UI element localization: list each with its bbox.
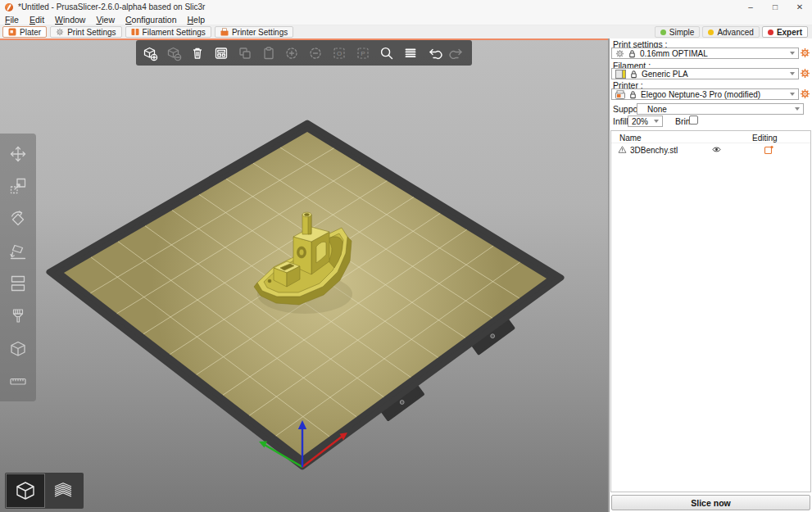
visibility-eye-icon[interactable] xyxy=(711,145,722,154)
remove-instance-button[interactable] xyxy=(305,43,326,64)
menu-configuration[interactable]: Configuration xyxy=(125,15,176,25)
arrange-button[interactable] xyxy=(211,43,232,64)
brim-checkbox[interactable] xyxy=(689,116,698,125)
left-toolbar xyxy=(0,134,36,401)
plater-icon xyxy=(8,28,16,36)
mode-advanced-button[interactable]: Advanced xyxy=(702,26,759,38)
paste-button[interactable] xyxy=(258,43,279,64)
measure-tool-button[interactable] xyxy=(7,369,29,392)
variable-layer-height-button[interactable] xyxy=(400,43,421,64)
advanced-mode-dot-icon xyxy=(708,29,714,35)
search-button[interactable] xyxy=(376,43,397,64)
menu-view[interactable]: View xyxy=(96,15,115,25)
lock-icon xyxy=(628,49,637,58)
delete-object-button[interactable] xyxy=(163,43,184,64)
rotate-icon xyxy=(8,209,28,229)
object-name: 3DBenchy.stl xyxy=(630,146,678,155)
menu-file[interactable]: File xyxy=(5,15,19,25)
menu-edit[interactable]: Edit xyxy=(29,15,44,25)
seam-cube-icon xyxy=(8,339,28,359)
redo-icon xyxy=(449,45,465,61)
paint-on-supports-tool-button[interactable] xyxy=(7,305,29,328)
arrange-icon xyxy=(213,45,229,61)
cut-tool-button[interactable] xyxy=(7,272,29,295)
undo-icon xyxy=(426,45,442,61)
3d-viewport: O P xyxy=(0,39,608,512)
print-settings-edit-button[interactable] xyxy=(800,48,810,58)
rotate-tool-button[interactable] xyxy=(7,207,29,230)
tab-print-settings[interactable]: Print Settings xyxy=(50,26,121,38)
split-to-parts-icon: P xyxy=(355,45,371,61)
mode-switcher: Simple Advanced Expert xyxy=(655,26,810,38)
mode-expert-button[interactable]: Expert xyxy=(762,26,808,38)
view-mode-toggles xyxy=(5,473,84,509)
printer-combo[interactable]: Elegoo Neptune-3 Pro (modified) xyxy=(611,88,799,100)
object-list-header: Name Editing xyxy=(611,131,810,143)
printer-edit-button[interactable] xyxy=(800,88,810,99)
filament-edit-button[interactable] xyxy=(800,68,810,79)
mode-simple-button[interactable]: Simple xyxy=(655,26,701,38)
split-to-objects-icon: O xyxy=(331,45,347,61)
menu-bar: File Edit Window View Configuration Help xyxy=(0,14,812,25)
cut-icon xyxy=(8,274,28,293)
move-tool-button[interactable] xyxy=(7,143,29,165)
supports-combo[interactable]: None xyxy=(637,103,804,115)
window-controls: – □ ✕ xyxy=(738,0,812,14)
search-icon xyxy=(379,45,395,61)
lock-icon xyxy=(628,90,637,99)
seam-painting-tool-button[interactable] xyxy=(7,338,29,360)
filament-combo[interactable]: Generic PLA xyxy=(611,68,799,79)
name-column-header: Name xyxy=(619,134,642,143)
3d-viewport-canvas[interactable] xyxy=(0,39,608,512)
delete-all-trash-icon xyxy=(189,45,206,61)
svg-text:O: O xyxy=(337,50,342,57)
tab-filament-settings[interactable]: Filament Settings xyxy=(125,26,211,38)
tab-plater[interactable]: Plater xyxy=(2,26,47,38)
move-icon xyxy=(8,144,28,164)
minimize-button[interactable]: – xyxy=(738,0,763,14)
svg-text:P: P xyxy=(361,50,365,57)
chevron-down-icon xyxy=(795,107,800,111)
top-toolbar: O P xyxy=(136,40,472,66)
variable-layer-height-icon xyxy=(402,45,419,61)
infill-combo[interactable]: 20% xyxy=(628,116,663,127)
preview-view-button[interactable] xyxy=(44,474,82,507)
object-list: Name Editing 3DBenchy.stl xyxy=(610,130,811,492)
add-object-icon xyxy=(142,45,158,61)
tab-bar: Plater Print Settings Filament Settings … xyxy=(0,25,812,39)
close-button[interactable]: ✕ xyxy=(787,0,812,14)
lock-icon xyxy=(629,70,638,79)
object-list-row[interactable]: 3DBenchy.stl xyxy=(611,143,810,156)
warning-icon xyxy=(618,145,627,154)
filament-settings-icon xyxy=(131,28,139,36)
slice-now-button[interactable]: Slice now xyxy=(611,495,810,510)
gear-icon xyxy=(800,68,810,79)
tab-printer-settings[interactable]: Printer Settings xyxy=(215,26,293,38)
chevron-down-icon xyxy=(790,72,795,75)
edit-object-settings-icon[interactable] xyxy=(764,145,773,155)
add-instance-button[interactable] xyxy=(281,43,302,64)
maximize-button[interactable]: □ xyxy=(763,0,787,14)
print-settings-combo[interactable]: 0.16mm OPTIMAL xyxy=(611,48,799,59)
split-to-parts-button[interactable]: P xyxy=(352,43,374,64)
undo-button[interactable] xyxy=(424,43,445,64)
simple-mode-dot-icon xyxy=(660,29,666,35)
delete-object-icon xyxy=(166,45,182,61)
filament-color-icon xyxy=(615,70,626,79)
settings-sidebar: Print settings : 0.16mm OPTIMAL Filament… xyxy=(610,39,812,512)
print-profile-icon xyxy=(615,49,624,58)
main-area: O P xyxy=(0,39,812,512)
add-object-button[interactable] xyxy=(139,43,161,64)
title-bar: *Untitled - PrusaSlicer-2.6.0-alpha4 bas… xyxy=(0,0,812,14)
scale-tool-button[interactable] xyxy=(7,174,29,197)
copy-button[interactable] xyxy=(234,43,256,64)
delete-all-button[interactable] xyxy=(187,43,208,64)
prusaslicer-window: *Untitled - PrusaSlicer-2.6.0-alpha4 bas… xyxy=(0,0,812,512)
menu-window[interactable]: Window xyxy=(55,15,85,25)
3d-editor-cube-icon xyxy=(14,480,37,501)
menu-help[interactable]: Help xyxy=(187,15,205,25)
3d-editor-view-button[interactable] xyxy=(7,474,44,507)
place-on-face-tool-button[interactable] xyxy=(7,240,29,263)
split-to-objects-button[interactable]: O xyxy=(329,43,350,64)
redo-button[interactable] xyxy=(447,43,468,64)
